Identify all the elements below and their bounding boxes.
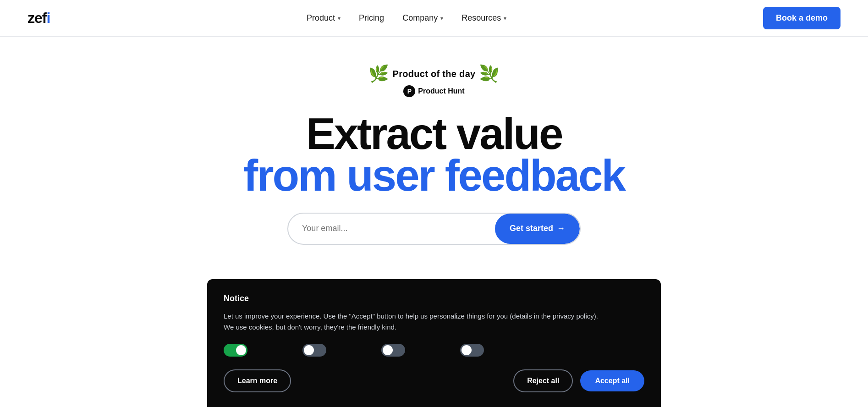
toggle-3-knob bbox=[383, 345, 393, 355]
nav-item-resources[interactable]: Resources ▾ bbox=[461, 13, 506, 23]
cookie-description: Let us improve your experience. Use the … bbox=[224, 311, 644, 333]
ph-laurel-row: 🌿 Product of the day 🌿 bbox=[368, 64, 500, 83]
nav-pricing-label: Pricing bbox=[359, 13, 384, 23]
toggle-2[interactable] bbox=[302, 344, 326, 357]
learn-more-button[interactable]: Learn more bbox=[224, 369, 291, 392]
toggle-3-wrap bbox=[381, 344, 405, 357]
nav-right: Book a demo bbox=[763, 7, 841, 29]
reject-all-button[interactable]: Reject all bbox=[513, 369, 573, 392]
ph-sub-row: P Product Hunt bbox=[403, 85, 464, 97]
nav-links: Product ▾ Pricing Company ▾ Resources ▾ bbox=[307, 13, 506, 23]
nav-product-label: Product bbox=[307, 13, 335, 23]
ph-circle-icon: P bbox=[403, 85, 415, 97]
toggle-4-wrap bbox=[460, 344, 484, 357]
cookie-title: Notice bbox=[224, 294, 644, 303]
ph-badge-title: Product of the day bbox=[393, 69, 476, 79]
email-form: Get started → bbox=[287, 213, 581, 245]
cookie-notice: Notice Let us improve your experience. U… bbox=[207, 279, 661, 407]
chevron-down-icon-company: ▾ bbox=[440, 15, 443, 22]
toggle-4-knob bbox=[461, 345, 472, 355]
accept-all-button[interactable]: Accept all bbox=[580, 370, 644, 391]
toggle-1-wrap bbox=[224, 344, 247, 357]
chevron-down-icon: ▾ bbox=[338, 15, 341, 22]
book-demo-button[interactable]: Book a demo bbox=[763, 7, 841, 29]
ph-sub-text: Product Hunt bbox=[418, 87, 464, 95]
nav-company-label: Company bbox=[402, 13, 438, 23]
navbar: zefi Product ▾ Pricing Company ▾ Resourc… bbox=[0, 0, 868, 37]
toggle-3[interactable] bbox=[381, 344, 405, 357]
arrow-icon: → bbox=[557, 224, 565, 233]
get-started-label: Get started bbox=[510, 224, 553, 233]
cookie-actions: Learn more Reject all Accept all bbox=[224, 369, 644, 392]
toggle-2-knob bbox=[304, 345, 314, 355]
main-content: 🌿 Product of the day 🌿 P Product Hunt Ex… bbox=[0, 37, 868, 245]
toggle-2-wrap bbox=[302, 344, 326, 357]
email-input[interactable] bbox=[302, 224, 495, 233]
logo-dot: i bbox=[46, 10, 50, 26]
nav-item-product[interactable]: Product ▾ bbox=[307, 13, 341, 23]
nav-resources-label: Resources bbox=[461, 13, 501, 23]
hero-title-line2: from user feedback bbox=[243, 153, 625, 199]
toggle-4[interactable] bbox=[460, 344, 484, 357]
get-started-button[interactable]: Get started → bbox=[495, 214, 580, 244]
chevron-down-icon-resources: ▾ bbox=[504, 15, 506, 22]
cookie-toggles bbox=[224, 344, 644, 357]
toggle-1-knob bbox=[236, 345, 246, 355]
hero-title-line1: Extract value bbox=[306, 111, 562, 157]
laurel-right-icon: 🌿 bbox=[479, 64, 500, 83]
nav-item-pricing[interactable]: Pricing bbox=[359, 13, 384, 23]
nav-item-company[interactable]: Company ▾ bbox=[402, 13, 443, 23]
product-hunt-badge: 🌿 Product of the day 🌿 P Product Hunt bbox=[368, 64, 500, 97]
laurel-left-icon: 🌿 bbox=[368, 64, 389, 83]
logo[interactable]: zefi bbox=[27, 10, 50, 27]
toggle-1[interactable] bbox=[224, 344, 247, 357]
